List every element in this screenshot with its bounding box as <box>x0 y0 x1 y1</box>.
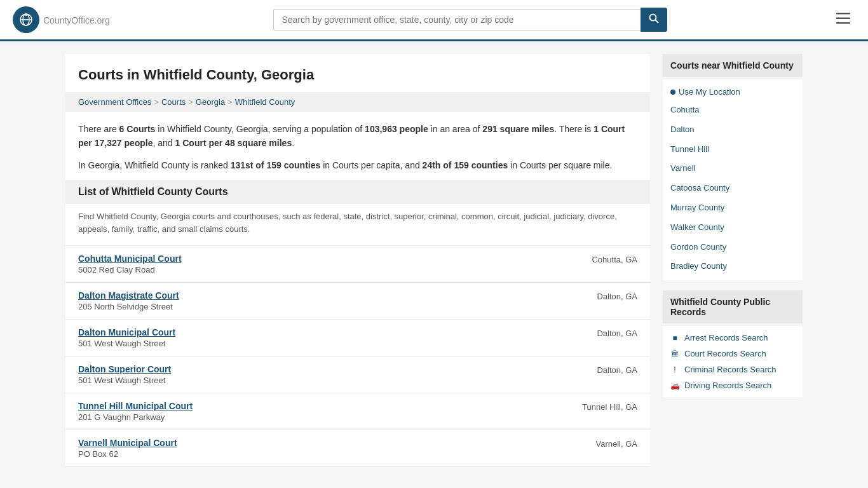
sidebar-nearby-city[interactable]: Cohutta <box>663 100 803 120</box>
breadcrumb: Government Offices > Courts > Georgia > … <box>65 92 650 112</box>
population-stat: 103,963 people <box>365 124 428 134</box>
rank1: 131st of 159 counties <box>231 160 321 170</box>
svg-point-5 <box>650 15 656 21</box>
svg-line-6 <box>656 20 659 24</box>
public-records-item[interactable]: 🚗 Driving Records Search <box>663 377 803 393</box>
search-input[interactable] <box>273 9 641 30</box>
court-name[interactable]: Cohutta Municipal Court <box>78 254 536 264</box>
court-name[interactable]: Tunnel Hill Municipal Court <box>78 401 536 411</box>
public-records-item[interactable]: ! Criminal Records Search <box>663 362 803 377</box>
courts-list: Cohutta Municipal Court 5002 Red Clay Ro… <box>65 245 650 467</box>
court-info: Tunnel Hill Municipal Court 201 G Vaughn… <box>78 401 536 422</box>
public-records-links: ■ Arrest Records Search 🏛 Court Records … <box>663 326 803 397</box>
summary-paragraph-2: In Georgia, Whitfield County is ranked 1… <box>65 158 650 180</box>
sidebar: Courts near Whitfield County Use My Loca… <box>663 54 803 467</box>
court-item: Dalton Magistrate Court 205 North Selvid… <box>65 282 650 319</box>
list-section-desc: Find Whitfield County, Georgia courts an… <box>65 210 650 245</box>
pr-label: Court Records Search <box>684 349 766 358</box>
logo-text: CountyOffice.org <box>43 13 110 27</box>
breadcrumb-georgia[interactable]: Georgia <box>196 97 225 107</box>
court-name[interactable]: Dalton Magistrate Court <box>78 290 536 301</box>
area-stat: 291 square miles <box>482 124 554 134</box>
court-location: Tunnel Hill, GA <box>536 401 637 412</box>
location-dot-icon <box>670 90 675 95</box>
court-location: Dalton, GA <box>536 290 637 301</box>
court-item: Dalton Superior Court 501 West Waugh Str… <box>65 356 650 393</box>
content-area: Courts in Whitfield County, Georgia Gove… <box>65 54 650 467</box>
nearby-header: Courts near Whitfield County <box>663 54 803 77</box>
court-item: Tunnel Hill Municipal Court 201 G Vaughn… <box>65 393 650 430</box>
logo-icon <box>13 6 39 33</box>
svg-point-4 <box>25 13 27 16</box>
breadcrumb-courts[interactable]: Courts <box>161 97 186 107</box>
court-name[interactable]: Varnell Municipal Court <box>78 438 536 448</box>
rank2: 24th of 159 counties <box>423 160 508 170</box>
breadcrumb-sep-2: > <box>188 97 193 107</box>
sidebar-nearby-city[interactable]: Catoosa County <box>663 179 803 198</box>
court-address: 201 G Vaughn Parkway <box>78 412 536 422</box>
court-info: Cohutta Municipal Court 5002 Red Clay Ro… <box>78 254 536 274</box>
sidebar-nearby-city[interactable]: Bradley County <box>663 257 803 276</box>
court-address: 205 North Selvidge Street <box>78 302 536 311</box>
list-section-title: List of Whitfield County Courts <box>65 180 650 204</box>
sidebar-nearby-city[interactable]: Varnell <box>663 159 803 179</box>
public-records-item[interactable]: 🏛 Court Records Search <box>663 346 803 362</box>
sidebar-nearby-city[interactable]: Murray County <box>663 198 803 218</box>
public-records-item[interactable]: ■ Arrest Records Search <box>663 330 803 346</box>
logo-area[interactable]: CountyOffice.org <box>13 6 110 33</box>
court-per-sq: 1 Court per 48 square miles <box>175 138 292 148</box>
page-title: Courts in Whitfield County, Georgia <box>65 54 650 83</box>
court-location: Dalton, GA <box>536 327 637 338</box>
breadcrumb-government-offices[interactable]: Government Offices <box>78 97 151 107</box>
pr-icon: 🏛 <box>670 349 679 358</box>
public-records-section: Whitfield County Public Records ■ Arrest… <box>663 290 803 397</box>
pr-icon: ! <box>670 365 679 374</box>
court-info: Dalton Magistrate Court 205 North Selvid… <box>78 290 536 311</box>
sidebar-nearby-city[interactable]: Tunnel Hill <box>663 140 803 159</box>
site-header: CountyOffice.org <box>0 0 868 41</box>
breadcrumb-sep-1: > <box>154 97 159 107</box>
sidebar-nearby-city[interactable]: Gordon County <box>663 238 803 257</box>
sidebar-nearby-city[interactable]: Dalton <box>663 120 803 140</box>
nearby-links: Use My Location CohuttaDaltonTunnel Hill… <box>663 79 803 280</box>
sidebar-nearby-city[interactable]: Walker County <box>663 218 803 238</box>
court-address: PO Box 62 <box>78 449 536 459</box>
use-my-location[interactable]: Use My Location <box>663 83 803 100</box>
court-address: 501 West Waugh Street <box>78 339 536 348</box>
public-records-header: Whitfield County Public Records <box>663 290 803 323</box>
menu-button[interactable] <box>831 9 855 30</box>
breadcrumb-whitfield-county[interactable]: Whitfield County <box>235 97 295 107</box>
use-location-label: Use My Location <box>679 87 740 97</box>
header-right <box>831 9 855 30</box>
court-name[interactable]: Dalton Municipal Court <box>78 327 536 337</box>
search-area <box>273 8 667 32</box>
court-address: 5002 Red Clay Road <box>78 265 536 274</box>
svg-rect-8 <box>836 18 850 20</box>
court-address: 501 West Waugh Street <box>78 376 536 385</box>
court-location: Varnell, GA <box>536 438 637 449</box>
pr-icon: 🚗 <box>670 381 679 390</box>
summary-paragraph-1: There are 6 Courts in Whitfield County, … <box>65 122 650 158</box>
pr-label: Arrest Records Search <box>684 333 768 342</box>
courts-count: 6 Courts <box>119 124 156 134</box>
pr-label: Criminal Records Search <box>684 365 776 374</box>
svg-rect-9 <box>836 22 850 24</box>
court-info: Dalton Superior Court 501 West Waugh Str… <box>78 364 536 385</box>
search-button[interactable] <box>641 8 667 32</box>
breadcrumb-sep-3: > <box>227 97 233 107</box>
court-location: Dalton, GA <box>536 364 637 375</box>
pr-icon: ■ <box>670 334 679 342</box>
nearby-section: Courts near Whitfield County Use My Loca… <box>663 54 803 280</box>
court-item: Dalton Municipal Court 501 West Waugh St… <box>65 319 650 356</box>
court-info: Dalton Municipal Court 501 West Waugh St… <box>78 327 536 348</box>
court-item: Cohutta Municipal Court 5002 Red Clay Ro… <box>65 245 650 282</box>
svg-rect-7 <box>836 13 850 15</box>
court-name[interactable]: Dalton Superior Court <box>78 364 536 374</box>
pr-label: Driving Records Search <box>684 381 771 390</box>
court-info: Varnell Municipal Court PO Box 62 <box>78 438 536 459</box>
court-location: Cohutta, GA <box>536 254 637 264</box>
court-item: Varnell Municipal Court PO Box 62 Varnel… <box>65 430 650 467</box>
main-container: Courts in Whitfield County, Georgia Gove… <box>53 41 815 480</box>
